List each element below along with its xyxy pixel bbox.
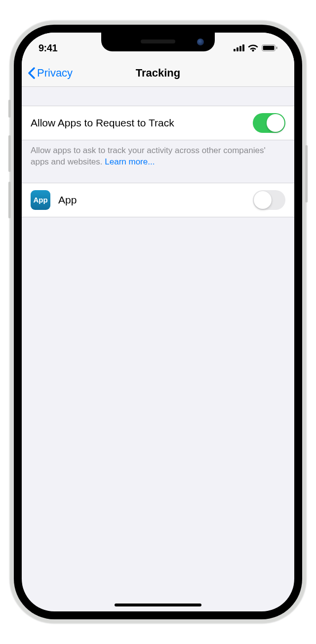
app-tracking-toggle[interactable] — [253, 190, 285, 210]
learn-more-link[interactable]: Learn more... — [105, 157, 155, 166]
wifi-icon — [248, 44, 258, 52]
app-icon: App — [31, 190, 50, 210]
speaker — [141, 40, 175, 43]
phone-frame: 9:41 — [10, 21, 306, 623]
section-footer: Allow apps to ask to track your activity… — [22, 140, 294, 183]
back-button[interactable]: Privacy — [28, 67, 73, 80]
screen: 9:41 — [22, 33, 294, 611]
volume-up-button[interactable] — [8, 135, 11, 172]
home-indicator[interactable] — [115, 604, 201, 606]
app-row-left: App App — [31, 190, 77, 210]
volume-down-button[interactable] — [8, 182, 11, 218]
allow-tracking-toggle[interactable] — [253, 113, 285, 133]
back-label: Privacy — [37, 67, 73, 80]
svg-rect-3 — [242, 44, 244, 51]
svg-rect-1 — [237, 47, 238, 51]
silence-switch[interactable] — [8, 100, 11, 118]
svg-rect-2 — [239, 46, 241, 51]
nav-bar: Privacy Tracking — [22, 59, 294, 87]
power-button[interactable] — [305, 145, 308, 202]
svg-rect-0 — [234, 49, 236, 51]
toggle-knob — [267, 114, 284, 132]
cellular-icon — [234, 44, 244, 51]
status-time: 9:41 — [39, 42, 57, 54]
chevron-left-icon — [28, 67, 35, 79]
content: Allow Apps to Request to Track Allow app… — [22, 87, 294, 217]
allow-tracking-label: Allow Apps to Request to Track — [31, 117, 174, 129]
page-title: Tracking — [136, 67, 180, 80]
battery-icon — [262, 44, 277, 51]
app-tracking-row: App App — [22, 183, 294, 217]
notch — [101, 33, 215, 51]
front-camera — [197, 39, 204, 45]
svg-rect-6 — [276, 47, 277, 49]
svg-rect-5 — [263, 46, 275, 50]
allow-tracking-row: Allow Apps to Request to Track — [22, 106, 294, 140]
app-name-label: App — [58, 194, 77, 206]
status-icons — [234, 44, 277, 52]
toggle-knob — [254, 191, 272, 209]
